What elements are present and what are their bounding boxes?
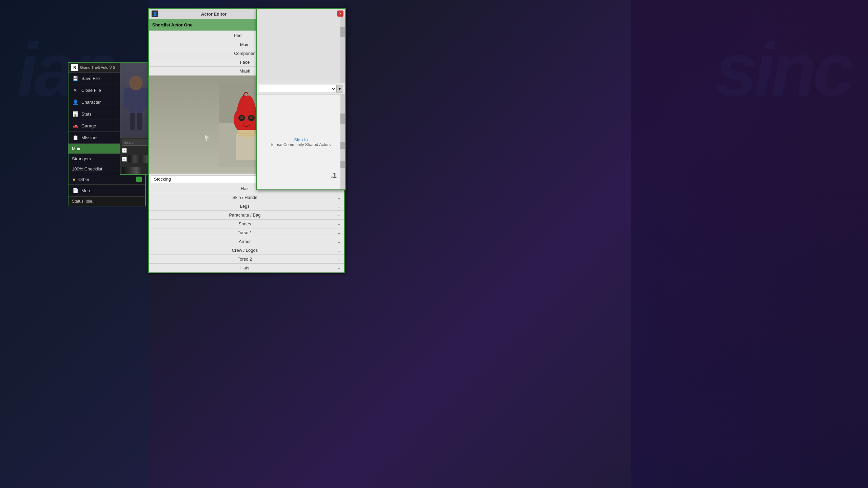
section-torso1-label: Torso 1 [152, 230, 337, 235]
other-star: ★ [72, 177, 76, 182]
sections-list: Hair ⌄ Skin / Hands ⌄ Legs ⌄ Parachute /… [149, 184, 344, 272]
strangers-label: Strangers [72, 156, 91, 161]
section-armor[interactable]: Armor ⌄ [149, 237, 344, 246]
svg-rect-4 [130, 113, 135, 130]
weapon-thumbnail-1 [129, 155, 149, 163]
section-hats-arrow: ⌄ [337, 266, 341, 270]
checklist-label: 100% Checklist [72, 166, 102, 171]
search-input[interactable] [122, 139, 150, 146]
weapon-thumbnail-2 [122, 167, 142, 174]
char-preview-image [120, 63, 151, 137]
main-label: Main [72, 146, 81, 151]
svg-point-15 [242, 123, 251, 128]
more-icon: 📄 [72, 187, 79, 194]
section-torso2-arrow: ⌄ [337, 257, 341, 262]
save-file-label: Save File [81, 76, 100, 81]
section-hats[interactable]: Hats ⌄ [149, 264, 344, 272]
section-torso2[interactable]: Torso 2 ⌄ [149, 255, 344, 264]
character-label: Character [81, 100, 101, 105]
svg-rect-16 [238, 130, 255, 136]
svg-rect-2 [124, 88, 129, 108]
community-top-scrollbar[interactable] [340, 17, 345, 83]
section-skin-hands[interactable]: Skin / Hands ⌄ [149, 193, 344, 202]
garage-label: Garage [81, 123, 96, 128]
section-parachute-label: Parachute / Bag [152, 212, 337, 218]
section-shoes-arrow: ⌄ [337, 222, 341, 226]
section-legs[interactable]: Legs ⌄ [149, 202, 344, 211]
check-mark-2: ✓ [123, 157, 126, 161]
search-box [120, 137, 151, 147]
community-dropdown-arrow[interactable]: ▼ [336, 85, 343, 93]
svg-point-1 [129, 76, 143, 90]
menu-item-more[interactable]: 📄 More [68, 185, 145, 197]
section-torso1[interactable]: Torso 1 ⌄ [149, 228, 344, 237]
actor-editor-icon: 👤 [152, 11, 158, 17]
section-hats-label: Hats [152, 265, 337, 270]
svg-point-13 [240, 116, 244, 119]
missions-label: Missions [81, 135, 99, 140]
bg-right-overlay [631, 0, 868, 488]
section-legs-arrow: ⌄ [337, 204, 341, 209]
svg-rect-3 [143, 88, 148, 108]
section-torso2-label: Torso 2 [152, 257, 337, 262]
save-file-icon: 💾 [72, 75, 79, 82]
community-content-scrollbar[interactable] [340, 95, 345, 189]
section-parachute[interactable]: Parachute / Bag ⌄ [149, 211, 344, 220]
sign-in-link[interactable]: Sign In [271, 137, 331, 142]
stats-icon: 📊 [72, 110, 79, 117]
cursor [205, 135, 209, 141]
community-top-scrollbar-thumb [340, 27, 345, 37]
status-text: Status: Idle... [72, 199, 96, 204]
section-shoes-label: Shoes [152, 221, 337, 226]
thumb-list: ✓ ✓ [120, 147, 151, 174]
game-logo: R [71, 64, 78, 71]
svg-rect-5 [137, 113, 142, 130]
svg-point-14 [249, 116, 253, 119]
community-scroll-thumb-1 [340, 114, 345, 124]
more-label: More [81, 188, 92, 193]
section-torso1-arrow: ⌄ [337, 230, 341, 235]
community-top-area [257, 9, 345, 83]
community-panel: × ▼ Sign In to use Community Shared Acto… [256, 8, 346, 190]
community-scroll-thumb-2 [340, 142, 345, 149]
community-scroll-thumb-3 [340, 161, 345, 168]
community-close-btn[interactable]: × [337, 11, 343, 17]
other-label: Other [78, 177, 90, 182]
game-panel-title: Grand Theft Auto V S [80, 65, 115, 69]
thumb-checkbox-2[interactable]: ✓ [122, 157, 127, 162]
menu-item-other[interactable]: ★ Other [68, 174, 145, 185]
char-thumbnail-panel: ✓ ✓ [120, 62, 152, 175]
thumb-item-3[interactable] [120, 164, 151, 175]
check-mark-1: ✓ [123, 149, 126, 152]
thumb-item-1[interactable]: ✓ [120, 147, 151, 154]
sign-in-text: to use Community Shared Actors [271, 142, 331, 147]
section-skin-hands-arrow: ⌄ [337, 195, 341, 200]
section-armor-arrow: ⌄ [337, 239, 341, 244]
section-shoes[interactable]: Shoes ⌄ [149, 220, 344, 228]
actor-editor-title: Actor Editor [161, 12, 267, 17]
section-skin-hands-label: Skin / Hands [152, 195, 337, 200]
section-crew-logos[interactable]: Crew / Logos ⌄ [149, 246, 344, 255]
sign-in-container: Sign In to use Community Shared Actors [271, 137, 331, 147]
section-crew-logos-arrow: ⌄ [337, 248, 341, 253]
close-file-label: Close File [81, 88, 101, 93]
community-dropdown-row: ▼ [257, 83, 345, 95]
number-badge: .1 [331, 171, 337, 179]
garage-icon: 🚗 [72, 122, 79, 129]
section-parachute-arrow: ⌄ [337, 213, 341, 218]
stats-label: Stats [81, 111, 92, 117]
community-content-area: Sign In to use Community Shared Actors .… [257, 95, 345, 189]
section-crew-logos-label: Crew / Logos [152, 248, 337, 253]
section-armor-label: Armor [152, 239, 337, 244]
char-figure-svg [122, 66, 150, 134]
missions-icon: 📋 [72, 134, 79, 141]
other-badge [136, 177, 142, 182]
status-bar: Status: Idle... [68, 197, 145, 206]
thumb-item-2[interactable]: ✓ [120, 154, 151, 164]
thumb-checkbox-1[interactable]: ✓ [122, 148, 127, 153]
character-icon: 👤 [72, 99, 79, 105]
community-dropdown-select[interactable] [259, 85, 336, 93]
section-legs-label: Legs [152, 204, 337, 209]
close-file-icon: ✕ [72, 87, 79, 94]
